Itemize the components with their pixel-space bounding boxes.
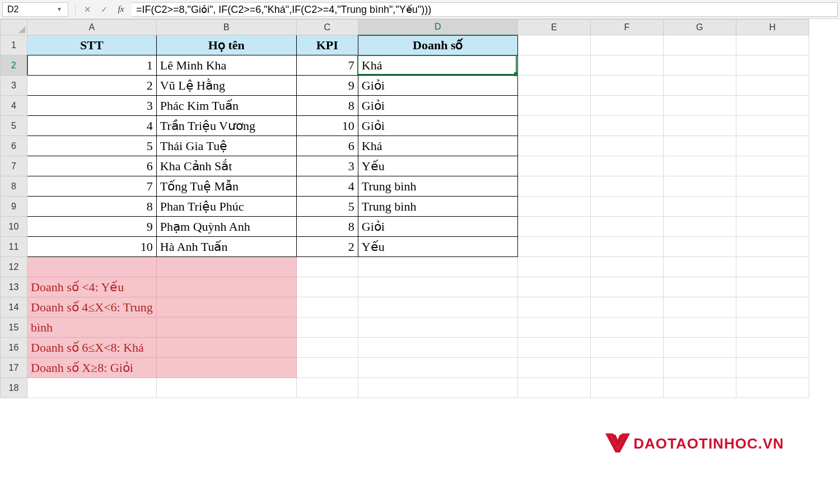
column-header-H[interactable]: H [736, 20, 809, 35]
cell-D11[interactable]: Yếu [358, 237, 517, 257]
cell-G10[interactable] [663, 217, 736, 237]
cell-H16[interactable] [736, 338, 809, 358]
cell-F11[interactable] [590, 237, 663, 257]
cell-E16[interactable] [517, 338, 590, 358]
cell-E2[interactable] [517, 55, 590, 76]
cell-D9[interactable]: Trung bình [358, 197, 517, 217]
cell-G11[interactable] [663, 237, 736, 257]
cell-A16[interactable]: Doanh số 6≤X<8: Khá [27, 338, 157, 358]
cell-G14[interactable] [663, 297, 736, 318]
cell-E10[interactable] [517, 217, 590, 237]
row-header-7[interactable]: 7 [1, 156, 27, 176]
column-header-C[interactable]: C [296, 20, 358, 35]
cell-F1[interactable] [590, 35, 663, 55]
cell-A15[interactable]: bình [27, 318, 157, 338]
cell-E14[interactable] [517, 297, 590, 318]
cell-D8[interactable]: Trung bình [358, 176, 517, 197]
cell-F10[interactable] [590, 217, 663, 237]
cell-E7[interactable] [517, 156, 590, 176]
cell-E5[interactable] [517, 116, 590, 136]
row-header-8[interactable]: 8 [1, 176, 27, 197]
cell-G17[interactable] [663, 358, 736, 378]
cell-C15[interactable] [296, 318, 358, 338]
cell-F18[interactable] [590, 378, 663, 398]
cell-G15[interactable] [663, 318, 736, 338]
name-box[interactable]: D2 ▼ [2, 2, 68, 17]
column-header-B[interactable]: B [156, 20, 296, 35]
cell-A5[interactable]: 4 [27, 116, 157, 136]
cell-G16[interactable] [663, 338, 736, 358]
column-header-F[interactable]: F [590, 20, 663, 35]
cell-G12[interactable] [663, 257, 736, 277]
cell-A17[interactable]: Doanh số X≥8: Giỏi [27, 358, 157, 378]
cell-C9[interactable]: 5 [296, 197, 358, 217]
cell-D3[interactable]: Giỏi [358, 76, 517, 96]
cell-C16[interactable] [296, 338, 358, 358]
cell-E3[interactable] [517, 76, 590, 96]
enter-button[interactable]: ✓ [97, 3, 111, 16]
cell-B17[interactable] [156, 358, 296, 378]
cell-A10[interactable]: 9 [27, 217, 157, 237]
cell-G2[interactable] [663, 55, 736, 76]
cell-G3[interactable] [663, 76, 736, 96]
name-box-dropdown-icon[interactable]: ▼ [55, 6, 63, 12]
cell-D13[interactable] [358, 277, 517, 297]
cell-F15[interactable] [590, 318, 663, 338]
cell-A3[interactable]: 2 [27, 76, 157, 96]
cell-B4[interactable]: Phác Kim Tuấn [156, 96, 296, 116]
cell-D4[interactable]: Giỏi [358, 96, 517, 116]
cell-G6[interactable] [663, 136, 736, 156]
cell-B18[interactable] [156, 378, 296, 398]
row-header-11[interactable]: 11 [1, 237, 27, 257]
row-header-5[interactable]: 5 [1, 116, 27, 136]
cell-C1[interactable]: KPI [296, 35, 358, 55]
row-header-12[interactable]: 12 [1, 257, 27, 277]
cell-A2[interactable]: 1 [27, 55, 157, 76]
column-header-A[interactable]: A [27, 20, 157, 35]
cell-A13[interactable]: Doanh số <4: Yếu [27, 277, 157, 297]
cell-E6[interactable] [517, 136, 590, 156]
cell-D7[interactable]: Yếu [358, 156, 517, 176]
row-header-1[interactable]: 1 [1, 35, 27, 55]
cell-B2[interactable]: Lê Minh Kha [156, 55, 296, 76]
cell-C8[interactable]: 4 [296, 176, 358, 197]
cell-F4[interactable] [590, 96, 663, 116]
cell-G13[interactable] [663, 277, 736, 297]
cell-A7[interactable]: 6 [27, 156, 157, 176]
cell-G5[interactable] [663, 116, 736, 136]
cell-F14[interactable] [590, 297, 663, 318]
column-header-D[interactable]: D [358, 20, 517, 35]
cell-F5[interactable] [590, 116, 663, 136]
row-header-15[interactable]: 15 [1, 318, 27, 338]
cell-D5[interactable]: Giỏi [358, 116, 517, 136]
cell-F16[interactable] [590, 338, 663, 358]
cell-D1[interactable]: Doanh số [358, 35, 517, 55]
row-header-17[interactable]: 17 [1, 358, 27, 378]
cell-A11[interactable]: 10 [27, 237, 157, 257]
cell-B11[interactable]: Hà Anh Tuấn [156, 237, 296, 257]
cell-H7[interactable] [736, 156, 809, 176]
cell-C11[interactable]: 2 [296, 237, 358, 257]
cell-B1[interactable]: Họ tên [156, 35, 296, 55]
row-header-14[interactable]: 14 [1, 297, 27, 318]
cell-C14[interactable] [296, 297, 358, 318]
cell-E18[interactable] [517, 378, 590, 398]
insert-function-button[interactable]: fx [114, 3, 128, 16]
column-header-G[interactable]: G [663, 20, 736, 35]
cell-C18[interactable] [296, 378, 358, 398]
row-header-18[interactable]: 18 [1, 378, 27, 398]
cell-D2[interactable]: Khá [358, 55, 517, 76]
cell-F8[interactable] [590, 176, 663, 197]
cell-D10[interactable]: Giỏi [358, 217, 517, 237]
cell-B10[interactable]: Phạm Quỳnh Anh [156, 217, 296, 237]
cell-F12[interactable] [590, 257, 663, 277]
cell-G1[interactable] [663, 35, 736, 55]
cell-A14[interactable]: Doanh số 4≤X<6: Trung [27, 297, 157, 318]
row-header-10[interactable]: 10 [1, 217, 27, 237]
cell-H15[interactable] [736, 318, 809, 338]
cell-G4[interactable] [663, 96, 736, 116]
cell-D6[interactable]: Khá [358, 136, 517, 156]
row-header-4[interactable]: 4 [1, 96, 27, 116]
row-header-16[interactable]: 16 [1, 338, 27, 358]
cell-D15[interactable] [358, 318, 517, 338]
